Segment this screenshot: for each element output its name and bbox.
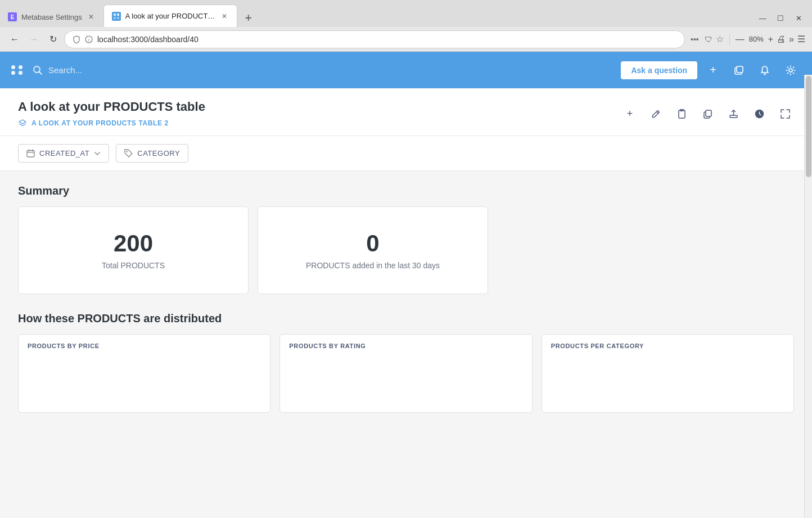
notifications-button[interactable]: [755, 60, 775, 80]
tab2-close[interactable]: ✕: [220, 12, 229, 21]
chart-card-rating-title: PRODUCTS by RATING: [289, 343, 522, 349]
header-actions: Ask a question +: [621, 60, 801, 80]
back-button[interactable]: ←: [7, 31, 22, 47]
new-tab-button[interactable]: +: [240, 9, 258, 27]
filter-category[interactable]: CATEGORY: [116, 144, 188, 163]
tab2-title: A look at your PRODUCTS tabl: [125, 12, 215, 20]
menu-button[interactable]: ☰: [797, 34, 805, 44]
svg-line-7: [39, 71, 42, 74]
upload-icon: [729, 109, 738, 119]
fullscreen-button[interactable]: [776, 105, 794, 123]
info-icon: i: [85, 35, 93, 43]
summary-section-title: Summary: [18, 184, 794, 197]
chart-cards: PRODUCTS by PRICE PRODUCTS by RATING PRO…: [18, 334, 794, 413]
total-products-label: Total PRODUCTS: [102, 261, 165, 270]
minimize-button[interactable]: —: [754, 9, 772, 27]
scrollbar-track[interactable]: [804, 75, 812, 497]
dashboard-content: Summary 200 Total PRODUCTS 0 PRODUCTS ad…: [0, 171, 812, 497]
tab-metabase-settings[interactable]: E Metabase Settings ✕: [0, 7, 103, 27]
tag-icon: [124, 149, 133, 157]
print-button[interactable]: 🖨: [777, 34, 786, 44]
bookmark-button[interactable]: ☆: [716, 34, 724, 44]
app-header: Search... Ask a question +: [0, 52, 812, 88]
info-button[interactable]: [673, 105, 691, 123]
clock-icon: [755, 109, 764, 119]
dashboard-subtitle[interactable]: A LOOK AT YOUR PRODUCTS TABLE 2: [18, 119, 205, 128]
filter-created-at[interactable]: CREATED_AT: [18, 144, 109, 163]
svg-point-23: [127, 151, 128, 152]
dashboard-title-area: A look at your PRODUCTS table A LOOK AT …: [18, 100, 205, 128]
chart-card-rating: PRODUCTS by RATING: [279, 334, 532, 413]
layers-icon: [18, 119, 27, 128]
svg-point-10: [764, 73, 766, 75]
share-button[interactable]: [724, 105, 742, 123]
svg-rect-16: [706, 110, 711, 116]
extensions-button[interactable]: »: [789, 34, 794, 44]
new-item-button[interactable]: +: [703, 60, 723, 80]
copy-icon: [734, 65, 744, 75]
svg-rect-17: [730, 115, 737, 118]
schedule-button[interactable]: [750, 105, 768, 123]
bell-icon: [760, 65, 770, 75]
gear-icon: [786, 65, 796, 75]
filter-created-at-label: CREATED_AT: [39, 149, 89, 157]
chart-card-category-title: PRODUCTS per CATEGORY: [551, 343, 784, 349]
zoom-out-button[interactable]: —: [736, 34, 745, 44]
search-placeholder: Search...: [48, 65, 82, 75]
summary-card-recent: 0 PRODUCTS added in the last 30 days: [258, 206, 488, 294]
close-button[interactable]: ✕: [790, 9, 808, 27]
distribution-section-title: How these PRODUCTS are distributed: [18, 312, 794, 325]
shield-button[interactable]: 🛡: [705, 35, 712, 44]
svg-rect-13: [679, 110, 685, 118]
zoom-in-button[interactable]: +: [768, 34, 773, 44]
window-controls: — ☐ ✕: [754, 9, 812, 27]
calendar-icon: [26, 149, 35, 157]
svg-rect-9: [737, 66, 743, 73]
chart-card-price: PRODUCTS by PRICE: [18, 334, 270, 413]
svg-point-11: [789, 69, 792, 72]
address-bar: ← → ↻ i localhost:3000/dashboard/40 ••• …: [0, 27, 812, 52]
clipboard-icon: [677, 109, 687, 119]
zoom-level: 80%: [748, 35, 765, 43]
edit-button[interactable]: [647, 105, 665, 123]
reload-button[interactable]: ↻: [45, 31, 61, 47]
filters-bar: CREATED_AT CATEGORY: [0, 136, 812, 171]
svg-rect-3: [117, 17, 119, 19]
browser-chrome: E Metabase Settings ✕ A look at your PRO…: [0, 0, 812, 52]
more-options-button[interactable]: •••: [688, 33, 701, 46]
forward-button[interactable]: →: [26, 31, 42, 47]
copy-button[interactable]: [729, 60, 749, 80]
recent-products-value: 0: [366, 231, 379, 256]
svg-rect-1: [117, 13, 119, 16]
shield-icon: [73, 35, 80, 43]
svg-rect-19: [27, 151, 34, 157]
chart-card-price-title: PRODUCTS by PRICE: [28, 343, 261, 349]
settings-button[interactable]: [781, 60, 801, 80]
ask-question-button[interactable]: Ask a question: [621, 61, 697, 79]
duplicate-button[interactable]: [698, 105, 716, 123]
dashboard-toolbar: +: [621, 105, 794, 123]
tab-products-table[interactable]: A look at your PRODUCTS tabl ✕: [103, 4, 237, 27]
tab1-close[interactable]: ✕: [87, 12, 96, 21]
tab1-favicon: E: [8, 12, 17, 21]
tab2-favicon: [112, 12, 121, 21]
url-bar[interactable]: i localhost:3000/dashboard/40: [64, 30, 685, 48]
dashboard-subtitle-text: A LOOK AT YOUR PRODUCTS TABLE 2: [31, 119, 169, 127]
metabase-app: Search... Ask a question + A look at you…: [0, 52, 812, 497]
scrollbar-thumb[interactable]: [806, 76, 811, 177]
summary-card-total: 200 Total PRODUCTS: [18, 206, 249, 294]
tab1-title: Metabase Settings: [21, 13, 82, 21]
tab-bar: E Metabase Settings ✕ A look at your PRO…: [0, 0, 812, 27]
chart-card-category: PRODUCTS per CATEGORY: [542, 334, 794, 413]
maximize-button[interactable]: ☐: [772, 9, 790, 27]
add-card-button[interactable]: +: [621, 105, 639, 123]
app-logo[interactable]: [11, 65, 24, 75]
svg-line-12: [656, 111, 658, 113]
filter-category-label: CATEGORY: [137, 149, 180, 157]
search-bar[interactable]: Search...: [33, 65, 612, 75]
total-products-value: 200: [114, 231, 153, 256]
url-text: localhost:3000/dashboard/40: [97, 35, 676, 44]
recent-products-label: PRODUCTS added in the last 30 days: [306, 261, 440, 270]
chevron-down-icon: [94, 150, 101, 157]
svg-rect-2: [114, 17, 116, 19]
